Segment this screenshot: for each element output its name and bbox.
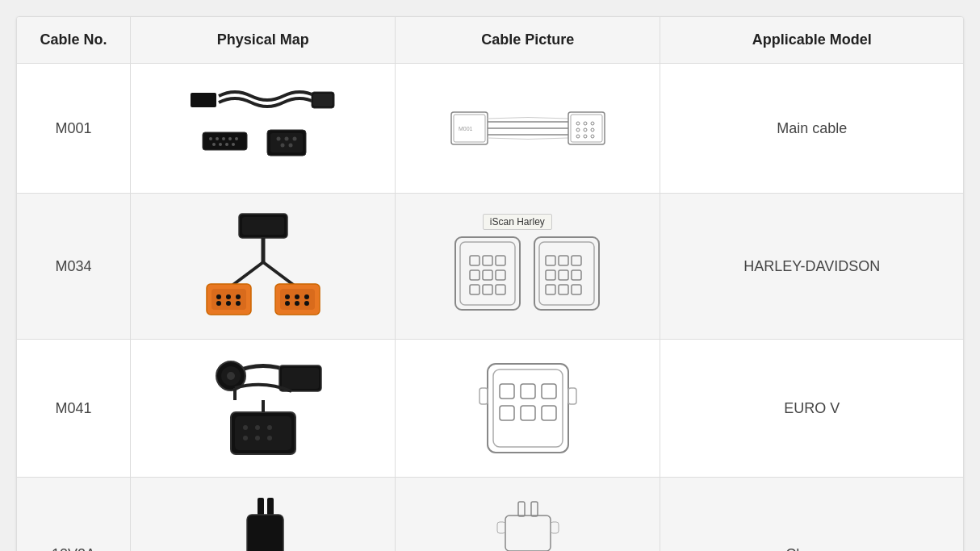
- physical-map-image: [139, 80, 387, 177]
- svg-point-8: [235, 137, 238, 140]
- svg-point-87: [243, 425, 248, 430]
- svg-rect-79: [572, 285, 581, 294]
- svg-rect-58: [455, 237, 520, 310]
- cable-picture-cell: iScan Harley: [396, 194, 660, 340]
- table-row: M034: [17, 194, 963, 340]
- svg-text:M001: M001: [459, 126, 473, 131]
- svg-point-34: [576, 135, 580, 138]
- svg-rect-65: [496, 270, 505, 280]
- svg-point-5: [216, 137, 219, 140]
- svg-rect-64: [483, 270, 492, 280]
- m041-linedraw-svg: [475, 356, 580, 461]
- svg-point-47: [216, 301, 221, 306]
- table-row: M041: [17, 340, 963, 478]
- physical-map-cell: [131, 340, 396, 478]
- m034-linedraw-svg: [447, 225, 609, 322]
- svg-point-45: [226, 294, 231, 299]
- cable-picture-image: [404, 225, 651, 322]
- charger-linedraw-svg: [447, 498, 609, 551]
- svg-point-55: [285, 301, 290, 306]
- svg-rect-68: [496, 285, 505, 294]
- cable-picture-image: M001: [404, 88, 651, 169]
- svg-point-52: [285, 294, 290, 299]
- model-value: HARLEY-DAVIDSON: [743, 258, 880, 274]
- model-value: Main cable: [777, 120, 847, 136]
- m001-linedraw-svg: M001: [447, 88, 609, 169]
- svg-point-53: [295, 294, 299, 299]
- svg-rect-84: [282, 368, 319, 389]
- cable-picture-cell: [396, 340, 660, 478]
- svg-line-40: [231, 262, 263, 286]
- cable-no-value: M041: [56, 400, 92, 416]
- svg-point-32: [584, 128, 587, 131]
- cable-no-cell: M034: [17, 194, 131, 340]
- svg-rect-107: [247, 515, 283, 551]
- svg-point-48: [226, 301, 231, 306]
- model-cell: EURO V: [660, 340, 963, 478]
- svg-point-17: [292, 137, 296, 141]
- svg-rect-99: [542, 384, 556, 399]
- physical-map-image: [139, 210, 387, 323]
- svg-point-6: [222, 137, 225, 140]
- svg-rect-97: [500, 384, 514, 399]
- svg-rect-61: [483, 256, 492, 265]
- svg-rect-112: [531, 502, 538, 516]
- svg-rect-118: [551, 522, 559, 533]
- header-cable-no: Cable No.: [17, 17, 131, 64]
- physical-map-cell: [131, 478, 396, 552]
- svg-rect-51: [280, 289, 315, 310]
- svg-rect-98: [521, 384, 535, 399]
- model-value: Charger: [785, 546, 838, 552]
- svg-point-31: [576, 128, 580, 131]
- svg-line-41: [263, 262, 295, 286]
- svg-rect-1: [313, 94, 333, 106]
- svg-point-18: [280, 144, 284, 148]
- physical-map-cell: [131, 64, 396, 194]
- svg-rect-111: [518, 502, 525, 516]
- svg-rect-3: [203, 132, 247, 150]
- svg-point-90: [243, 436, 248, 440]
- table-row: 12V2A: [17, 478, 963, 552]
- cable-no-cell: 12V2A: [17, 478, 131, 552]
- svg-point-57: [304, 301, 309, 306]
- physical-map-cell: [131, 194, 396, 340]
- svg-point-44: [216, 294, 221, 299]
- svg-rect-75: [559, 270, 568, 280]
- svg-point-92: [267, 436, 272, 440]
- svg-rect-103: [480, 388, 488, 404]
- svg-rect-104: [568, 388, 576, 404]
- svg-rect-86: [235, 416, 291, 450]
- svg-rect-2: [191, 93, 216, 107]
- svg-point-30: [591, 122, 594, 125]
- svg-rect-76: [572, 270, 581, 280]
- header-applicable-model: Applicable Model: [660, 17, 963, 64]
- header-cable-picture: Cable Picture: [396, 17, 660, 64]
- physical-map-image: [139, 494, 387, 551]
- cable-no-value: M034: [56, 258, 92, 274]
- physical-map-image: [139, 356, 387, 461]
- tooltip-badge: iScan Harley: [483, 214, 552, 230]
- table-header-row: Cable No. Physical Map Cable Picture App…: [17, 17, 963, 64]
- model-cell: HARLEY-DAVIDSON: [660, 194, 963, 340]
- svg-point-88: [255, 425, 260, 430]
- svg-rect-38: [242, 217, 284, 235]
- model-cell: Charger: [660, 478, 963, 552]
- svg-rect-59: [460, 242, 515, 305]
- cable-picture-image: [404, 356, 651, 461]
- m041-physical-svg: [195, 356, 332, 461]
- cable-table-container: Cable No. Physical Map Cable Picture App…: [16, 16, 964, 551]
- cable-no-cell: M041: [17, 340, 131, 478]
- cable-no-value: M001: [56, 120, 92, 136]
- svg-rect-105: [258, 498, 264, 516]
- svg-point-56: [295, 301, 299, 306]
- svg-point-46: [236, 294, 241, 299]
- svg-rect-101: [521, 406, 535, 420]
- svg-point-91: [255, 436, 260, 440]
- svg-point-10: [219, 143, 222, 146]
- svg-rect-78: [559, 285, 568, 294]
- svg-rect-67: [483, 285, 492, 294]
- svg-point-54: [304, 294, 309, 299]
- svg-rect-60: [470, 256, 480, 265]
- svg-rect-70: [539, 242, 594, 305]
- m034-physical-svg: [191, 210, 336, 323]
